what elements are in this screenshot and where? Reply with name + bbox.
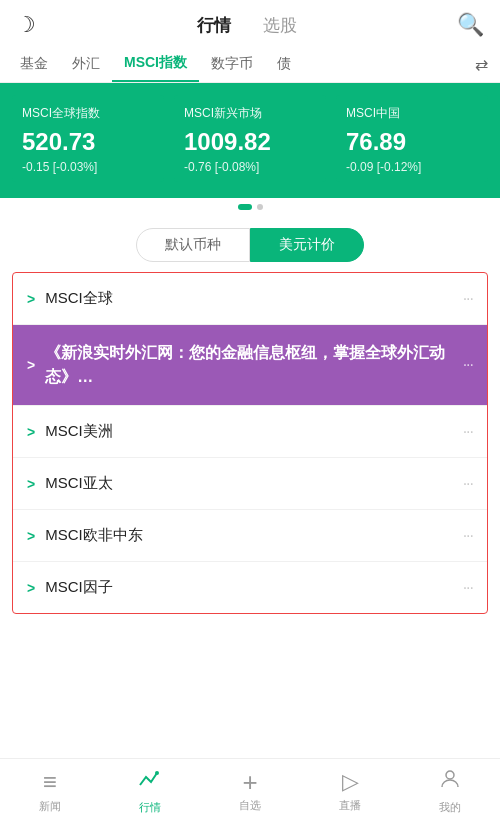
search-icon[interactable]: 🔍 — [457, 12, 484, 38]
card-msci-china[interactable]: MSCI中国 76.89 -0.09 [-0.12%] — [336, 95, 488, 182]
tab-select[interactable]: 选股 — [263, 14, 297, 37]
card-title: MSCI新兴市场 — [184, 105, 316, 122]
chevron-icon: > — [27, 291, 35, 307]
tab-crypto[interactable]: 数字币 — [199, 47, 265, 81]
list-item-msci-apac[interactable]: > MSCI亚太 ··· — [13, 458, 487, 510]
card-title: MSCI中国 — [346, 105, 478, 122]
profile-icon — [438, 767, 462, 797]
tab-market[interactable]: 行情 — [197, 14, 231, 37]
card-value: 1009.82 — [184, 128, 316, 156]
svg-point-0 — [155, 771, 159, 775]
chevron-icon: > — [27, 580, 35, 596]
chevron-icon: > — [27, 424, 35, 440]
chevron-icon: > — [27, 528, 35, 544]
more-icon[interactable]: ··· — [463, 579, 473, 597]
currency-default-btn[interactable]: 默认币种 — [136, 228, 250, 262]
chevron-icon: > — [27, 476, 35, 492]
nav-news-label: 新闻 — [39, 799, 61, 814]
card-value: 76.89 — [346, 128, 478, 156]
nav-watchlist-label: 自选 — [239, 798, 261, 813]
card-msci-global[interactable]: MSCI全球指数 520.73 -0.15 [-0.03%] — [12, 95, 164, 182]
dot-1 — [238, 204, 252, 210]
card-value: 520.73 — [22, 128, 154, 156]
dot-2 — [257, 204, 263, 210]
item-label: MSCI欧非中东 — [45, 526, 462, 545]
more-icon[interactable]: ··· — [463, 527, 473, 545]
live-icon: ▷ — [342, 769, 359, 795]
market-icon — [138, 767, 162, 797]
nav-profile[interactable]: 我的 — [400, 767, 500, 815]
list-item-msci-global[interactable]: > MSCI全球 ··· — [13, 273, 487, 325]
currency-usd-btn[interactable]: 美元计价 — [250, 228, 364, 262]
item-label-highlight: 《新浪实时外汇网：您的金融信息枢纽，掌握全球外汇动态》… — [45, 341, 462, 389]
card-msci-emerging[interactable]: MSCI新兴市场 1009.82 -0.76 [-0.08%] — [174, 95, 326, 182]
card-change: -0.09 [-0.12%] — [346, 160, 478, 174]
item-label: MSCI全球 — [45, 289, 462, 308]
more-icon[interactable]: ··· — [463, 290, 473, 308]
moon-icon[interactable]: ☽ — [16, 12, 36, 38]
item-label: MSCI美洲 — [45, 422, 462, 441]
more-icon[interactable]: ··· — [463, 475, 473, 493]
nav-tabs: 行情 选股 — [197, 14, 297, 37]
tab-msci[interactable]: MSCI指数 — [112, 46, 199, 82]
cards-section: MSCI全球指数 520.73 -0.15 [-0.03%] MSCI新兴市场 … — [0, 83, 500, 198]
nav-news[interactable]: ≡ 新闻 — [0, 768, 100, 814]
bottom-nav: ≡ 新闻 行情 + 自选 ▷ 直播 我的 — [0, 758, 500, 827]
nav-live[interactable]: ▷ 直播 — [300, 769, 400, 813]
chevron-icon: > — [27, 357, 35, 373]
card-title: MSCI全球指数 — [22, 105, 154, 122]
list-item-msci-emea[interactable]: > MSCI欧非中东 ··· — [13, 510, 487, 562]
item-label: MSCI亚太 — [45, 474, 462, 493]
more-icon[interactable]: ··· — [463, 423, 473, 441]
category-tabs: 基金 外汇 MSCI指数 数字币 债 ⇄ — [0, 46, 500, 83]
more-icon[interactable]: ··· — [463, 356, 473, 374]
nav-market[interactable]: 行情 — [100, 767, 200, 815]
news-icon: ≡ — [43, 768, 57, 796]
swap-icon[interactable]: ⇄ — [471, 47, 492, 82]
index-list: > MSCI全球 ··· > 《新浪实时外汇网：您的金融信息枢纽，掌握全球外汇动… — [12, 272, 488, 614]
tab-fund[interactable]: 基金 — [8, 47, 60, 81]
card-change: -0.76 [-0.08%] — [184, 160, 316, 174]
nav-watchlist[interactable]: + 自选 — [200, 769, 300, 813]
top-nav: ☽ 行情 选股 🔍 — [0, 0, 500, 46]
nav-market-label: 行情 — [139, 800, 161, 815]
nav-live-label: 直播 — [339, 798, 361, 813]
list-item-msci-factor[interactable]: > MSCI因子 ··· — [13, 562, 487, 613]
list-item-highlight[interactable]: > 《新浪实时外汇网：您的金融信息枢纽，掌握全球外汇动态》… ··· — [13, 325, 487, 406]
tab-bond[interactable]: 债 — [265, 47, 303, 81]
currency-toggle: 默认币种 美元计价 — [0, 228, 500, 262]
dots-row — [0, 198, 500, 214]
watchlist-icon: + — [242, 769, 257, 795]
list-item-msci-americas[interactable]: > MSCI美洲 ··· — [13, 406, 487, 458]
nav-profile-label: 我的 — [439, 800, 461, 815]
tab-forex[interactable]: 外汇 — [60, 47, 112, 81]
svg-point-1 — [446, 771, 454, 779]
card-change: -0.15 [-0.03%] — [22, 160, 154, 174]
item-label: MSCI因子 — [45, 578, 462, 597]
